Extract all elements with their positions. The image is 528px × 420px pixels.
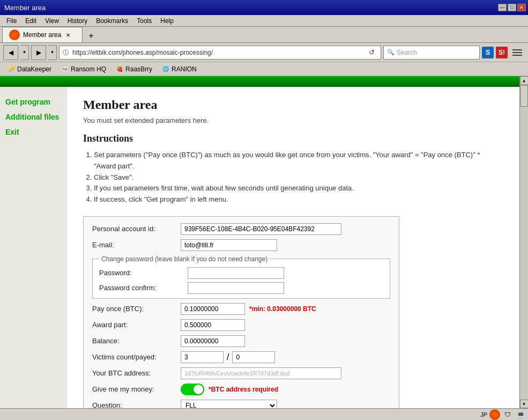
sidebar-link-additional-files[interactable]: Additional files bbox=[5, 113, 62, 121]
form-container: Personal account id: E-mail: Change pass… bbox=[83, 216, 399, 408]
instruction-1: Set parameters ("Pay once (BTC)") as muc… bbox=[94, 150, 503, 172]
status-shield-icon: 🛡 bbox=[502, 409, 513, 420]
pay-once-label: Pay once (BTC): bbox=[92, 305, 181, 313]
menu-file[interactable]: File bbox=[2, 16, 21, 26]
bookmark-favicon-raasbrry: 🍓 bbox=[116, 65, 123, 73]
menu-tools[interactable]: Tools bbox=[132, 16, 156, 26]
sidebar-link-get-program[interactable]: Get program bbox=[5, 98, 62, 106]
sidebar: Get program Additional files Exit bbox=[0, 87, 67, 408]
page-title: Member area bbox=[83, 98, 503, 112]
scrollbar-down-arrow[interactable]: ▼ bbox=[520, 400, 529, 408]
green-header-band bbox=[0, 76, 519, 87]
sync-button[interactable]: S bbox=[482, 47, 494, 58]
select-wrapper: FLL bbox=[181, 400, 277, 408]
password-confirm-input[interactable] bbox=[188, 282, 284, 294]
address-bar[interactable]: ⓘ https://eltbik.com/phones.asp/mosaic-p… bbox=[59, 46, 381, 60]
menu-help[interactable]: Help bbox=[156, 16, 178, 26]
question-label: Question: bbox=[92, 401, 181, 408]
password-fieldset-legend: Change password (leave blank if you do n… bbox=[99, 255, 270, 263]
scrollbar-up-arrow[interactable]: ▲ bbox=[520, 76, 529, 85]
address-text: https://eltbik.com/phones.asp/mosaic-pro… bbox=[72, 49, 366, 56]
award-part-label: Award part: bbox=[92, 321, 181, 329]
scroll-area: Get program Additional files Exit Member… bbox=[0, 76, 519, 408]
menu-edit[interactable]: Edit bbox=[21, 16, 41, 26]
status-firefox-icon bbox=[489, 409, 500, 420]
form-row-email: E-mail: bbox=[92, 239, 390, 251]
form-row-give-money: Give me my money: *BTC address required bbox=[92, 384, 390, 395]
close-button[interactable]: ✕ bbox=[517, 4, 526, 11]
scrollbar-track[interactable] bbox=[520, 85, 529, 400]
bookmark-raasbrry[interactable]: 🍓 RaasBrry bbox=[111, 64, 157, 74]
browser-tab-member-area[interactable]: Member area ✕ bbox=[2, 27, 83, 42]
back-button[interactable]: ◀ bbox=[3, 45, 18, 60]
bookmark-favicon-ranion: 🌐 bbox=[162, 65, 169, 73]
bookmark-ranion[interactable]: 🌐 RANION bbox=[158, 64, 201, 74]
password-label: Password: bbox=[99, 269, 188, 277]
status-jp-text: JP bbox=[480, 411, 487, 418]
new-tab-button[interactable]: + bbox=[85, 30, 98, 42]
pay-once-input[interactable] bbox=[181, 303, 245, 315]
award-part-input[interactable] bbox=[181, 319, 245, 331]
hamburger-line-2 bbox=[512, 52, 522, 53]
right-scrollbar: ▲ ▼ bbox=[519, 76, 528, 408]
email-input[interactable] bbox=[181, 239, 277, 251]
victims-slash: / bbox=[227, 352, 229, 362]
tab-bar: Member area ✕ + bbox=[0, 27, 528, 43]
search-placeholder: Search bbox=[397, 49, 417, 56]
menu-bookmarks[interactable]: Bookmarks bbox=[92, 16, 132, 26]
menu-button[interactable] bbox=[510, 45, 525, 60]
main-content: Member area You must set extended parame… bbox=[67, 87, 519, 408]
status-earth-icon: 💻 bbox=[515, 409, 526, 420]
balance-input[interactable] bbox=[181, 335, 245, 347]
account-id-input[interactable] bbox=[181, 223, 341, 235]
bookmark-label-ranion: RANION bbox=[172, 65, 197, 73]
instructions-title: Instructions bbox=[83, 133, 503, 144]
bookmarks-bar: 🔑 DataKeeper 💀 Ransom HQ 🍓 RaasBrry 🌐 RA… bbox=[0, 62, 528, 76]
balance-label: Balance: bbox=[92, 337, 181, 345]
victims-payed-input[interactable] bbox=[232, 351, 275, 363]
bookmark-ransomhq[interactable]: 💀 Ransom HQ bbox=[57, 64, 110, 74]
form-row-btc-address: Your BTC address: bbox=[92, 367, 390, 379]
form-row-victims: Victims count/payed: / bbox=[92, 351, 390, 363]
page-wrapper: Get program Additional files Exit Member… bbox=[0, 76, 519, 408]
victims-label: Victims count/payed: bbox=[92, 353, 181, 361]
hamburger-line-1 bbox=[512, 49, 522, 50]
address-lock-icon: ⓘ bbox=[63, 49, 70, 56]
tab-favicon bbox=[9, 30, 20, 40]
btc-address-input[interactable] bbox=[181, 367, 341, 379]
form-row-account-id: Personal account id: bbox=[92, 223, 390, 235]
back-dropdown[interactable]: ▼ bbox=[20, 45, 29, 60]
tab-close-button[interactable]: ✕ bbox=[64, 31, 72, 39]
page-subtitle: You must set extended parameters here. bbox=[83, 116, 503, 124]
page-layout: Get program Additional files Exit Member… bbox=[0, 87, 519, 408]
bookmark-datakeeper[interactable]: 🔑 DataKeeper bbox=[3, 64, 56, 74]
status-bar: JP 🛡 💻 bbox=[0, 408, 528, 420]
password-confirm-label: Password confirm: bbox=[99, 284, 188, 292]
menu-history[interactable]: History bbox=[63, 16, 92, 26]
instruction-3: If you set parameters first time, wait a… bbox=[94, 183, 503, 194]
scrollbar-thumb[interactable] bbox=[520, 85, 528, 107]
refresh-button[interactable]: ↺ bbox=[366, 47, 377, 58]
window-title: Member area bbox=[4, 4, 46, 12]
menu-view[interactable]: View bbox=[41, 16, 63, 26]
search-bar[interactable]: 🔍 Search bbox=[383, 46, 480, 60]
bookmark-favicon-ransomhq: 💀 bbox=[61, 65, 69, 73]
bookmark-label-datakeeper: DataKeeper bbox=[17, 65, 51, 73]
maximize-button[interactable]: □ bbox=[508, 4, 516, 11]
question-select[interactable]: FLL bbox=[181, 400, 277, 408]
forward-button[interactable]: ▶ bbox=[31, 45, 46, 60]
nav-bar: ◀ ▼ ▶ ▼ ⓘ https://eltbik.com/phones.asp/… bbox=[0, 43, 528, 62]
pocket-button[interactable]: S! bbox=[496, 47, 508, 58]
form-row-password-confirm: Password confirm: bbox=[99, 282, 383, 294]
forward-dropdown[interactable]: ▼ bbox=[48, 45, 57, 60]
browser-content: Get program Additional files Exit Member… bbox=[0, 76, 528, 408]
minimize-button[interactable]: — bbox=[498, 4, 507, 11]
form-row-question: Question: FLL bbox=[92, 400, 390, 408]
give-money-label: Give me my money: bbox=[92, 385, 181, 393]
toggle-knob bbox=[194, 385, 203, 394]
victims-count-input[interactable] bbox=[181, 351, 224, 363]
bookmark-label-raasbrry: RaasBrry bbox=[125, 65, 152, 73]
give-money-toggle[interactable] bbox=[181, 384, 204, 395]
password-input[interactable] bbox=[188, 267, 284, 279]
sidebar-link-exit[interactable]: Exit bbox=[5, 128, 62, 136]
